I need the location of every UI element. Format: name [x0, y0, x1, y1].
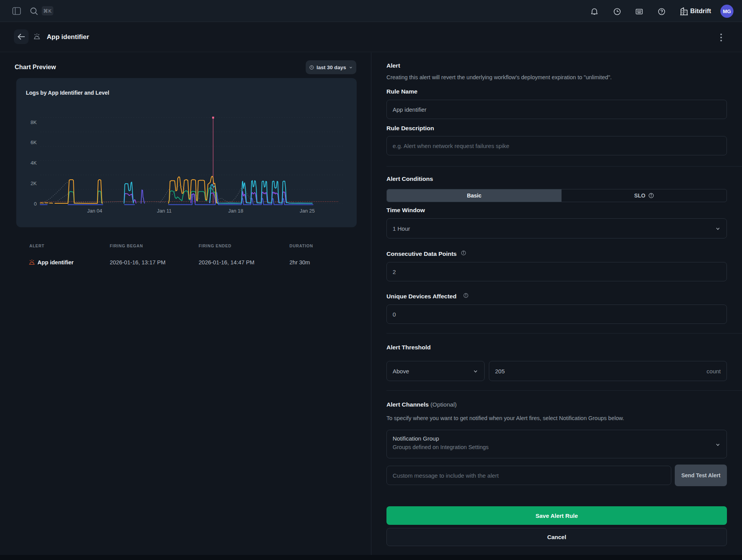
svg-text:2K: 2K [31, 180, 37, 186]
svg-text:8K: 8K [31, 119, 37, 125]
svg-text:Jan 11: Jan 11 [157, 208, 172, 214]
svg-text:Jan 04: Jan 04 [87, 208, 102, 214]
svg-text:6K: 6K [31, 140, 37, 145]
svg-text:0: 0 [34, 201, 37, 207]
svg-text:Jan 25: Jan 25 [300, 208, 315, 214]
svg-text:4K: 4K [31, 160, 37, 166]
svg-text:Jan 18: Jan 18 [228, 208, 243, 214]
